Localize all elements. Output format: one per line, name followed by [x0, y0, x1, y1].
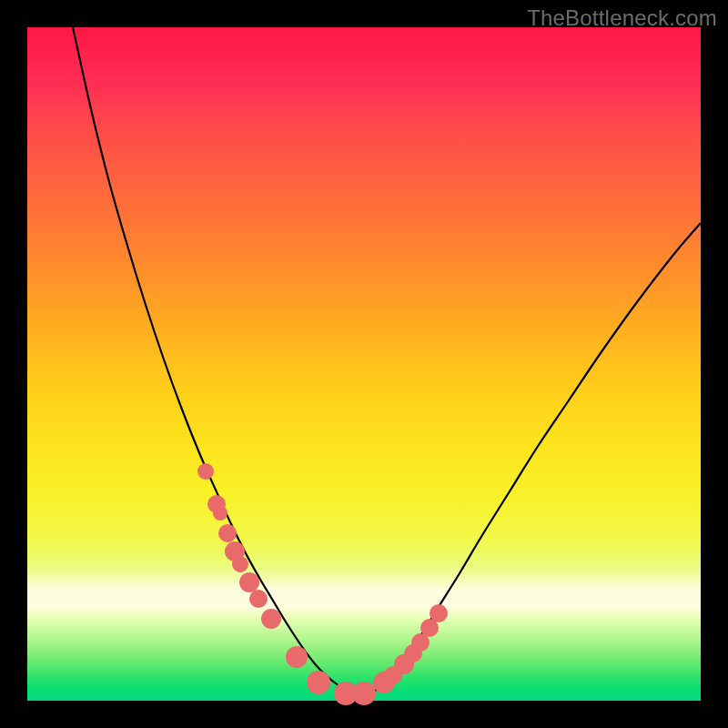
highlight-dot	[213, 506, 228, 521]
chart-frame: TheBottleneck.com	[0, 0, 728, 728]
highlight-dot	[239, 572, 259, 592]
highlight-dot	[261, 609, 281, 629]
highlight-dot	[249, 590, 268, 608]
highlight-dot	[197, 463, 214, 480]
highlight-dot	[352, 682, 376, 705]
highlight-dot	[286, 646, 308, 668]
highlight-dot	[430, 604, 448, 622]
bottleneck-curve	[73, 27, 701, 693]
curve-svg	[27, 27, 701, 701]
highlight-dots	[197, 463, 448, 705]
plot-area	[27, 27, 701, 701]
watermark-text: TheBottleneck.com	[527, 5, 717, 31]
highlight-dot	[307, 671, 330, 694]
highlight-dot	[218, 524, 237, 542]
highlight-dot	[232, 556, 248, 572]
